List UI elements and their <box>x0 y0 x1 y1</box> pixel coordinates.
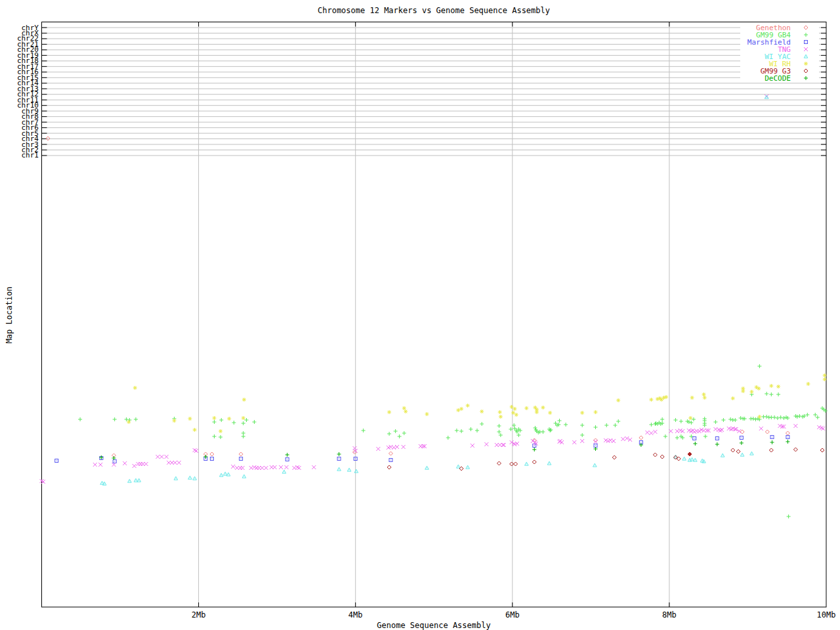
series-gm99-g3 <box>387 448 824 471</box>
x-tick-label: 8Mb <box>662 610 677 620</box>
chromosome-label: chr1 <box>22 151 39 159</box>
x-axis-ticks: 2Mb4Mb6Mb8Mb10Mb <box>192 22 836 620</box>
series-tng <box>40 94 826 484</box>
x-tick-label: 4Mb <box>348 610 363 620</box>
x-tick-label: 2Mb <box>192 610 206 620</box>
legend-marker-icon <box>804 62 808 66</box>
series-gm99-gb4 <box>78 364 828 518</box>
series-wi-yac <box>100 95 768 485</box>
series-genethon <box>46 136 789 457</box>
chromosome-axis: chrYchrXchr22chr21chr20chr19chr18chr17ch… <box>17 24 826 160</box>
x-tick-label: 6Mb <box>505 610 520 620</box>
x-tick-label: 10Mb <box>817 610 836 620</box>
series-decode <box>99 440 789 460</box>
plot-border <box>42 22 827 608</box>
plot-area: chrYchrXchr22chr21chr20chr19chr18chr17ch… <box>0 0 840 630</box>
series-wi-rh <box>127 373 826 433</box>
chart-page: Chromosome 12 Markers vs Genome Sequence… <box>0 0 840 630</box>
gridlines <box>42 22 827 608</box>
series-marshfield <box>55 436 789 463</box>
legend-label: DeCODE <box>765 74 791 83</box>
